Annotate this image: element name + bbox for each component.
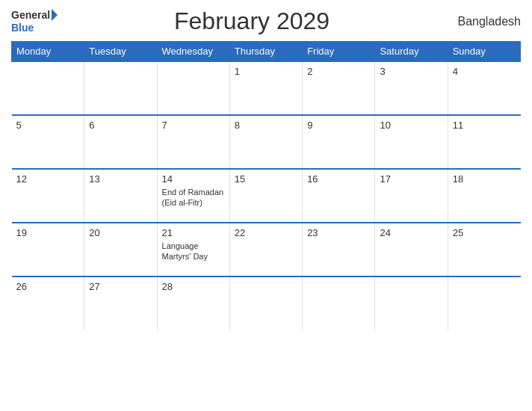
- logo-blue: Blue: [11, 22, 58, 34]
- calendar-cell: 14End of Ramadan (Eid al-Fitr): [157, 169, 229, 223]
- holiday-event: Language Martyrs' Day: [162, 241, 225, 262]
- calendar-week-row: 567891011: [12, 115, 521, 169]
- day-number: 16: [307, 173, 370, 185]
- calendar-cell: 1: [229, 61, 302, 115]
- calendar-cell: 23: [303, 223, 375, 276]
- day-number: 11: [453, 120, 516, 131]
- calendar-cell: 28: [157, 276, 229, 330]
- header-wednesday: Wednesday: [157, 42, 229, 62]
- day-number: 22: [235, 227, 297, 238]
- day-number: 21: [162, 227, 225, 238]
- calendar-cell: 7: [157, 115, 229, 169]
- day-number: 25: [453, 227, 516, 238]
- calendar-title: February 2029: [58, 7, 446, 35]
- logo: General Blue: [11, 9, 58, 34]
- day-number: 4: [453, 66, 516, 77]
- calendar-week-row: 192021Language Martyrs' Day22232425: [12, 223, 521, 276]
- day-number: 14: [162, 173, 225, 185]
- day-number: 5: [16, 120, 80, 131]
- day-number: 27: [89, 281, 152, 292]
- calendar-cell: [229, 276, 302, 330]
- calendar-cell: 2: [303, 61, 375, 115]
- calendar-cell: 13: [84, 169, 157, 223]
- day-number: 3: [380, 66, 442, 77]
- calendar-table: Monday Tuesday Wednesday Thursday Friday…: [11, 41, 521, 330]
- day-number: 6: [89, 120, 152, 131]
- calendar-cell: [157, 61, 229, 115]
- calendar-cell: 5: [12, 115, 84, 169]
- day-number: 12: [16, 173, 80, 185]
- calendar-cell: 25: [448, 223, 520, 276]
- day-number: 8: [235, 120, 297, 131]
- calendar-cell: 3: [375, 61, 448, 115]
- day-number: 2: [307, 66, 370, 77]
- day-number: 24: [380, 227, 442, 238]
- calendar-cell: 11: [448, 115, 520, 169]
- calendar-week-row: 121314End of Ramadan (Eid al-Fitr)151617…: [12, 169, 521, 223]
- day-number: 7: [162, 120, 225, 131]
- day-number: 1: [235, 66, 297, 77]
- calendar-cell: 18: [448, 169, 520, 223]
- calendar-cell: 10: [375, 115, 448, 169]
- calendar-cell: 27: [84, 276, 157, 330]
- day-number: 13: [89, 173, 152, 185]
- calendar-cell: 26: [12, 276, 84, 330]
- calendar-cell: 9: [303, 115, 375, 169]
- country-label: Bangladesh: [446, 15, 521, 28]
- day-number: 15: [235, 173, 297, 185]
- calendar-cell: 15: [229, 169, 302, 223]
- calendar-cell: 16: [303, 169, 375, 223]
- logo-triangle-icon: [52, 9, 58, 21]
- day-number: 28: [162, 281, 225, 292]
- calendar-cell: 4: [448, 61, 520, 115]
- calendar-cell: [448, 276, 520, 330]
- day-number: 17: [380, 173, 442, 185]
- calendar-cell: 22: [229, 223, 302, 276]
- holiday-event: End of Ramadan (Eid al-Fitr): [162, 187, 225, 208]
- calendar-cell: 6: [84, 115, 157, 169]
- calendar-cell: 19: [12, 223, 84, 276]
- calendar-cell: [303, 276, 375, 330]
- calendar-header: General Blue February 2029 Bangladesh: [11, 7, 521, 35]
- header-sunday: Sunday: [448, 42, 520, 62]
- calendar-cell: 17: [375, 169, 448, 223]
- day-number: 19: [16, 227, 80, 238]
- calendar-cell: 20: [84, 223, 157, 276]
- day-number: 26: [16, 281, 80, 292]
- header-saturday: Saturday: [375, 42, 448, 62]
- day-number: 10: [380, 120, 442, 131]
- header-friday: Friday: [303, 42, 375, 62]
- calendar-cell: [375, 276, 448, 330]
- calendar-cell: 12: [12, 169, 84, 223]
- logo-general: General: [11, 10, 50, 21]
- calendar-cell: 21Language Martyrs' Day: [157, 223, 229, 276]
- calendar-cell: 24: [375, 223, 448, 276]
- calendar-cell: [12, 61, 84, 115]
- header-monday: Monday: [12, 42, 84, 62]
- day-number: 9: [307, 120, 370, 131]
- calendar-week-row: 1234: [12, 61, 521, 115]
- day-number: 20: [89, 227, 152, 238]
- day-number: 23: [307, 227, 370, 238]
- calendar-wrapper: General Blue February 2029 Bangladesh Mo…: [0, 0, 532, 411]
- day-number: 18: [453, 173, 516, 185]
- header-tuesday: Tuesday: [84, 42, 157, 62]
- weekday-header-row: Monday Tuesday Wednesday Thursday Friday…: [12, 42, 521, 62]
- calendar-cell: 8: [229, 115, 302, 169]
- calendar-cell: [84, 61, 157, 115]
- calendar-week-row: 262728: [12, 276, 521, 330]
- header-thursday: Thursday: [229, 42, 302, 62]
